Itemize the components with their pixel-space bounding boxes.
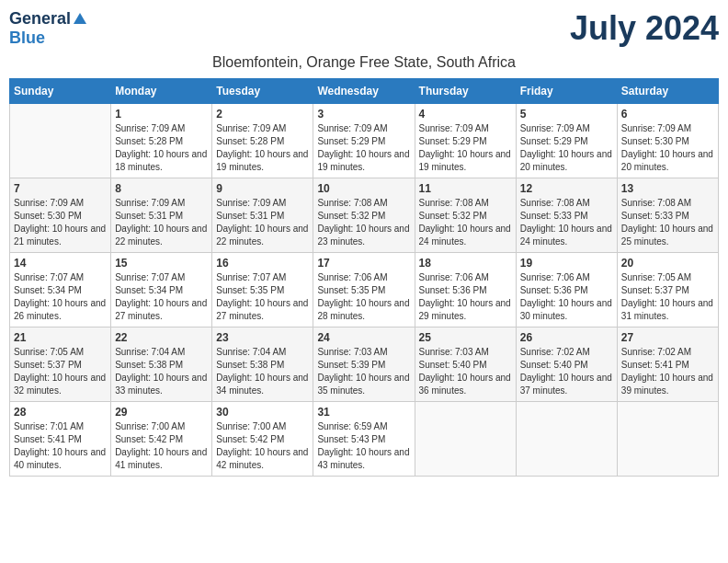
day-info: Sunrise: 7:07 AMSunset: 5:34 PMDaylight:… [14,271,107,323]
day-info: Sunrise: 7:05 AMSunset: 5:37 PMDaylight:… [621,271,714,323]
day-number: 11 [419,182,512,195]
day-info: Sunrise: 7:03 AMSunset: 5:39 PMDaylight:… [317,346,410,397]
calendar-cell: 24Sunrise: 7:03 AMSunset: 5:39 PMDayligh… [313,327,415,402]
day-info: Sunrise: 7:09 AMSunset: 5:28 PMDaylight:… [115,122,208,174]
calendar-cell: 28Sunrise: 7:01 AMSunset: 5:41 PMDayligh… [10,402,111,477]
weekday-header-wednesday: Wednesday [313,79,415,104]
calendar-cell: 31Sunrise: 6:59 AMSunset: 5:43 PMDayligh… [313,402,415,477]
day-number: 19 [520,257,613,270]
day-number: 6 [621,108,714,121]
day-number: 14 [14,257,107,270]
calendar-cell: 21Sunrise: 7:05 AMSunset: 5:37 PMDayligh… [10,327,111,402]
day-number: 24 [317,331,410,344]
logo: General Blue [9,9,88,47]
day-number: 8 [115,182,208,195]
day-info: Sunrise: 7:01 AMSunset: 5:41 PMDaylight:… [14,420,107,472]
day-info: Sunrise: 7:09 AMSunset: 5:28 PMDaylight:… [216,122,309,174]
calendar-cell: 27Sunrise: 7:02 AMSunset: 5:41 PMDayligh… [617,327,718,402]
day-number: 1 [115,108,208,121]
weekday-header-monday: Monday [111,79,212,104]
day-number: 4 [419,108,512,121]
day-number: 27 [621,331,714,344]
calendar-cell: 18Sunrise: 7:06 AMSunset: 5:36 PMDayligh… [415,253,516,327]
day-number: 16 [216,257,309,270]
calendar-cell [617,402,718,477]
weekday-header-saturday: Saturday [617,79,718,104]
calendar-cell: 2Sunrise: 7:09 AMSunset: 5:28 PMDaylight… [212,104,313,178]
day-number: 13 [621,182,714,195]
day-number: 7 [14,182,107,195]
weekday-header-friday: Friday [516,79,617,104]
day-number: 23 [216,331,309,344]
calendar-cell: 20Sunrise: 7:05 AMSunset: 5:37 PMDayligh… [617,253,718,327]
month-title: July 2024 [570,9,719,48]
day-number: 18 [419,257,512,270]
day-info: Sunrise: 7:08 AMSunset: 5:32 PMDaylight:… [317,197,410,248]
calendar-cell: 16Sunrise: 7:07 AMSunset: 5:35 PMDayligh… [212,253,313,327]
day-info: Sunrise: 7:00 AMSunset: 5:42 PMDaylight:… [115,420,208,472]
day-number: 2 [216,108,309,121]
calendar-cell: 14Sunrise: 7:07 AMSunset: 5:34 PMDayligh… [10,253,111,327]
day-info: Sunrise: 7:04 AMSunset: 5:38 PMDaylight:… [216,346,309,397]
day-number: 21 [14,331,107,344]
calendar-cell [516,402,617,477]
day-info: Sunrise: 6:59 AMSunset: 5:43 PMDaylight:… [317,420,410,472]
calendar-cell: 13Sunrise: 7:08 AMSunset: 5:33 PMDayligh… [617,178,718,253]
day-info: Sunrise: 7:09 AMSunset: 5:30 PMDaylight:… [14,197,107,248]
day-number: 28 [14,406,107,419]
day-info: Sunrise: 7:08 AMSunset: 5:32 PMDaylight:… [419,197,512,248]
calendar-cell: 15Sunrise: 7:07 AMSunset: 5:34 PMDayligh… [111,253,212,327]
calendar-cell [10,104,111,178]
calendar-cell: 7Sunrise: 7:09 AMSunset: 5:30 PMDaylight… [10,178,111,253]
day-info: Sunrise: 7:09 AMSunset: 5:29 PMDaylight:… [317,122,410,174]
day-number: 17 [317,257,410,270]
day-info: Sunrise: 7:09 AMSunset: 5:30 PMDaylight:… [621,122,714,174]
calendar-cell: 26Sunrise: 7:02 AMSunset: 5:40 PMDayligh… [516,327,617,402]
calendar-table: SundayMondayTuesdayWednesdayThursdayFrid… [9,78,719,477]
calendar-cell: 17Sunrise: 7:06 AMSunset: 5:35 PMDayligh… [313,253,415,327]
day-info: Sunrise: 7:07 AMSunset: 5:34 PMDaylight:… [115,271,208,323]
location-title: Bloemfontein, Orange Free State, South A… [9,54,719,71]
day-number: 26 [520,331,613,344]
day-info: Sunrise: 7:08 AMSunset: 5:33 PMDaylight:… [621,197,714,248]
day-info: Sunrise: 7:07 AMSunset: 5:35 PMDaylight:… [216,271,309,323]
day-number: 3 [317,108,410,121]
day-info: Sunrise: 7:09 AMSunset: 5:29 PMDaylight:… [520,122,613,174]
calendar-cell: 19Sunrise: 7:06 AMSunset: 5:36 PMDayligh… [516,253,617,327]
day-info: Sunrise: 7:06 AMSunset: 5:36 PMDaylight:… [520,271,613,323]
weekday-header-thursday: Thursday [415,79,516,104]
day-info: Sunrise: 7:09 AMSunset: 5:31 PMDaylight:… [115,197,208,248]
svg-marker-0 [74,13,86,24]
weekday-header-sunday: Sunday [10,79,111,104]
day-number: 20 [621,257,714,270]
day-number: 29 [115,406,208,419]
calendar-cell: 8Sunrise: 7:09 AMSunset: 5:31 PMDaylight… [111,178,212,253]
day-info: Sunrise: 7:09 AMSunset: 5:29 PMDaylight:… [419,122,512,174]
calendar-cell: 25Sunrise: 7:03 AMSunset: 5:40 PMDayligh… [415,327,516,402]
calendar-cell: 9Sunrise: 7:09 AMSunset: 5:31 PMDaylight… [212,178,313,253]
day-info: Sunrise: 7:09 AMSunset: 5:31 PMDaylight:… [216,197,309,248]
day-info: Sunrise: 7:05 AMSunset: 5:37 PMDaylight:… [14,346,107,397]
day-info: Sunrise: 7:04 AMSunset: 5:38 PMDaylight:… [115,346,208,397]
day-number: 30 [216,406,309,419]
logo-text: General [9,9,88,29]
day-number: 15 [115,257,208,270]
day-number: 10 [317,182,410,195]
day-number: 22 [115,331,208,344]
day-info: Sunrise: 7:06 AMSunset: 5:35 PMDaylight:… [317,271,410,323]
calendar-cell: 29Sunrise: 7:00 AMSunset: 5:42 PMDayligh… [111,402,212,477]
calendar-cell: 12Sunrise: 7:08 AMSunset: 5:33 PMDayligh… [516,178,617,253]
title-section: July 2024 [570,9,719,48]
day-number: 9 [216,182,309,195]
calendar-cell: 5Sunrise: 7:09 AMSunset: 5:29 PMDaylight… [516,104,617,178]
day-number: 5 [520,108,613,121]
calendar-cell: 3Sunrise: 7:09 AMSunset: 5:29 PMDaylight… [313,104,415,178]
calendar-cell: 4Sunrise: 7:09 AMSunset: 5:29 PMDaylight… [415,104,516,178]
day-info: Sunrise: 7:02 AMSunset: 5:41 PMDaylight:… [621,346,714,397]
calendar-cell [415,402,516,477]
day-number: 12 [520,182,613,195]
day-info: Sunrise: 7:03 AMSunset: 5:40 PMDaylight:… [419,346,512,397]
day-info: Sunrise: 7:02 AMSunset: 5:40 PMDaylight:… [520,346,613,397]
day-info: Sunrise: 7:06 AMSunset: 5:36 PMDaylight:… [419,271,512,323]
calendar-cell: 23Sunrise: 7:04 AMSunset: 5:38 PMDayligh… [212,327,313,402]
